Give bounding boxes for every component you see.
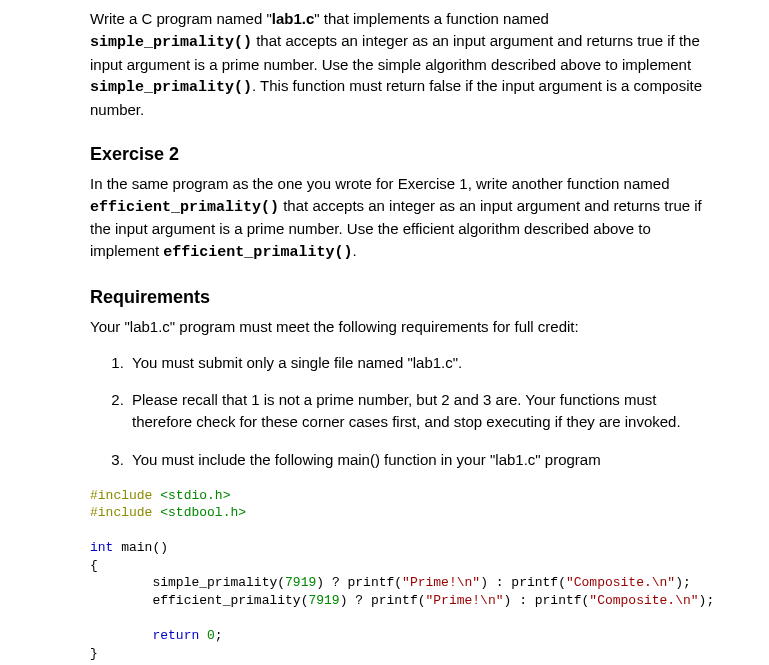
- code-token: ) ? printf(: [340, 593, 426, 608]
- text: .: [352, 242, 356, 259]
- list-item: Please recall that 1 is not a prime numb…: [128, 389, 709, 433]
- requirements-intro: Your "lab1.c" program must meet the foll…: [90, 316, 709, 338]
- code-token: main(): [113, 540, 168, 555]
- code-token: simple_primality: [152, 575, 277, 590]
- code-token: "Composite.\n": [566, 575, 675, 590]
- code-inline: efficient_primality(): [163, 244, 352, 261]
- code-token: "Prime!\n": [402, 575, 480, 590]
- filename-bold: lab1.c: [272, 10, 315, 27]
- code-token: <stdbool.h>: [152, 505, 246, 520]
- code-token: );: [675, 575, 691, 590]
- code-token: [90, 575, 152, 590]
- code-token: }: [90, 646, 98, 661]
- code-token: <stdio.h>: [152, 488, 230, 503]
- heading-requirements: Requirements: [90, 284, 709, 310]
- code-token: "Prime!\n": [426, 593, 504, 608]
- code-token: ;: [215, 628, 223, 643]
- heading-exercise-2: Exercise 2: [90, 141, 709, 167]
- code-token: return: [152, 628, 199, 643]
- list-item: You must submit only a single file named…: [128, 352, 709, 374]
- code-inline: simple_primality(): [90, 79, 252, 96]
- code-token: efficient_primality: [152, 593, 300, 608]
- code-token: "Composite.\n": [589, 593, 698, 608]
- exercise1-para: Write a C program named "lab1.c" that im…: [90, 8, 709, 121]
- code-token: ) ? printf(: [316, 575, 402, 590]
- list-item: You must include the following main() fu…: [128, 449, 709, 471]
- text: In the same program as the one you wrote…: [90, 175, 669, 192]
- code-token: ) : printf(: [504, 593, 590, 608]
- requirements-list: You must submit only a single file named…: [90, 352, 709, 471]
- code-token: [90, 628, 152, 643]
- exercise2-para: In the same program as the one you wrote…: [90, 173, 709, 264]
- code-token: int: [90, 540, 113, 555]
- code-token: (: [277, 575, 285, 590]
- code-inline: efficient_primality(): [90, 199, 279, 216]
- code-token: #include: [90, 488, 152, 503]
- code-token: );: [699, 593, 715, 608]
- document-page: Write a C program named "lab1.c" that im…: [0, 0, 769, 665]
- code-token: ) : printf(: [480, 575, 566, 590]
- code-token: [90, 593, 152, 608]
- code-token: {: [90, 558, 98, 573]
- code-token: 0: [207, 628, 215, 643]
- code-token: 7919: [308, 593, 339, 608]
- code-token: [199, 628, 207, 643]
- code-block: #include <stdio.h> #include <stdbool.h> …: [90, 487, 709, 662]
- text: " that implements a function named: [314, 10, 549, 27]
- code-inline: simple_primality(): [90, 34, 252, 51]
- text: Write a C program named ": [90, 10, 272, 27]
- code-token: 7919: [285, 575, 316, 590]
- code-token: #include: [90, 505, 152, 520]
